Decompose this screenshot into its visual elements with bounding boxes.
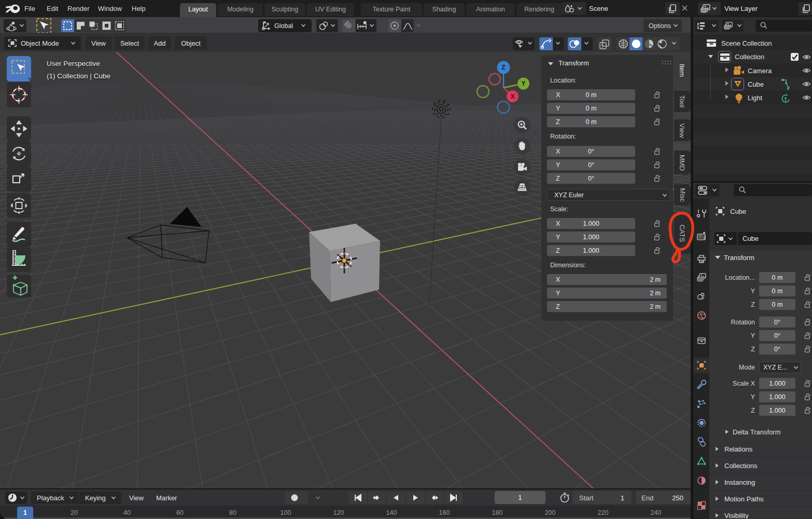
svg-text:Z: Z xyxy=(501,64,505,71)
svg-text:X: X xyxy=(510,93,514,100)
svg-text:Y: Y xyxy=(521,80,525,87)
